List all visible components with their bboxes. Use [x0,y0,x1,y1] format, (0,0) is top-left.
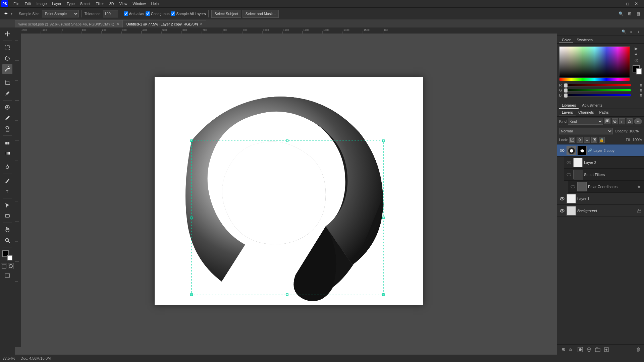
layer-adjustment-btn[interactable] [585,346,593,353]
tab-adjustments[interactable]: Adjustments [579,103,605,109]
tool-magic-wand[interactable] [2,64,12,74]
standard-mode[interactable] [1,263,7,269]
tab-color[interactable]: Color [559,37,573,43]
b-slider[interactable] [564,94,631,97]
layer1-visibility[interactable] [559,196,565,202]
anti-alias-checkbox[interactable] [124,11,128,16]
bg-swatch[interactable] [636,68,642,74]
panel-options-icon[interactable]: ≡ [628,28,635,35]
minimize-btn[interactable]: ─ [615,0,623,7]
layer-item-polar[interactable]: Polar Coordinates [568,181,644,193]
sample-size-select[interactable]: Point Sample [42,10,79,17]
tab-layers[interactable]: Layers [559,109,576,116]
blend-mode-select[interactable]: Normal [559,128,613,134]
r-slider[interactable] [564,84,631,86]
lock-all-icon[interactable]: 🔒 [599,137,605,143]
select-subject-button[interactable]: Select Subject [211,10,241,18]
tool-eraser[interactable] [2,137,12,147]
tab-untitled[interactable]: Untitled-1 @ 77.5% (Layer 2 copy, RGB/8#… [123,20,206,27]
screen-mode-btn[interactable] [4,272,11,279]
tool-crop[interactable] [2,78,12,88]
tool-marquee[interactable] [2,43,12,53]
layer-item-layer2copy[interactable]: 🔗 Layer 2 copy [557,144,644,157]
tool-gradient[interactable] [2,148,12,158]
layer-item-smart-filters[interactable]: Smart Filters [564,169,644,181]
tab-swatches[interactable]: Swatches [574,37,595,43]
color-info-icon[interactable]: ⓘ [635,58,640,64]
lock-pixels-icon[interactable] [577,137,583,143]
g-slider[interactable] [564,89,631,92]
tool-clone[interactable] [2,124,12,134]
collapse-panel-icon[interactable]: › [635,28,642,35]
tool-path-select[interactable] [2,200,12,210]
background-color[interactable] [7,255,12,260]
arrange-icon[interactable]: ▦ [635,10,642,17]
filter-pixel-icon[interactable] [604,118,610,124]
polar-visibility[interactable] [570,184,576,190]
menu-image[interactable]: Image [34,1,50,6]
filter-toggle[interactable]: ● [634,118,642,124]
filter-adjust-icon[interactable] [612,118,618,124]
menu-help[interactable]: Help [149,1,162,6]
tab-untitled-close[interactable]: ✕ [200,22,203,26]
layer-fx-btn[interactable]: fx [568,346,575,353]
layer-new-btn[interactable] [603,346,610,353]
filter-shape-icon[interactable] [627,118,633,124]
menu-window[interactable]: Window [130,1,148,6]
layer2copy-visibility[interactable] [559,147,565,154]
layer-delete-btn[interactable] [635,346,642,353]
tool-text[interactable]: T [2,186,12,196]
tool-move[interactable] [2,29,12,39]
menu-edit[interactable]: Edit [22,1,34,6]
layer-item-layer1[interactable]: Layer 1 [557,193,644,205]
color-spectrum-area[interactable] [559,46,630,76]
tool-shape[interactable] [2,211,12,221]
tool-healing[interactable] [2,102,12,112]
select-mask-button[interactable]: Select and Mask... [243,10,279,18]
menu-filter[interactable]: Filter [93,1,106,6]
menu-3d[interactable]: 3D [107,1,117,6]
menu-select[interactable]: Select [77,1,93,6]
tool-hand[interactable] [2,225,12,235]
menu-type[interactable]: Type [64,1,77,6]
maximize-btn[interactable]: ◻ [624,0,631,7]
color-play-icon[interactable]: ▶ [635,46,640,52]
layer-mask-btn[interactable] [577,346,584,353]
tool-pen[interactable] [2,176,12,186]
search-layers-icon[interactable]: 🔍 [621,28,627,35]
hue-slider[interactable] [559,78,630,81]
contiguous-checkbox[interactable] [146,11,150,16]
canvas-document[interactable] [155,77,423,305]
menu-view[interactable]: View [117,1,130,6]
quick-mask-mode[interactable] [8,263,14,269]
workspace-icon[interactable]: ⊞ [626,10,633,17]
menu-layer[interactable]: Layer [49,1,64,6]
lock-transparent-icon[interactable] [569,137,575,143]
lock-artboard-icon[interactable] [591,137,597,143]
tool-zoom[interactable] [2,235,12,245]
sample-all-layers-checkbox[interactable] [171,11,175,16]
filter-select[interactable]: Kind [568,118,603,125]
polar-settings-icon[interactable] [636,184,642,190]
layer-item-background[interactable]: Background [557,205,644,217]
tab-wave-script-close[interactable]: ✕ [116,22,119,26]
layer-link-btn[interactable] [559,346,567,353]
layer-item-layer2[interactable]: Layer 2 [564,157,644,169]
tool-eyedropper[interactable] [2,88,12,99]
filter-type-icon[interactable]: T [619,118,625,124]
smart-filters-visibility[interactable] [566,172,572,178]
tab-channels[interactable]: Channels [576,109,596,116]
layer-group-btn[interactable] [594,346,601,353]
tab-libraries[interactable]: Libraries [559,103,579,109]
tolerance-input[interactable] [103,10,118,17]
background-visibility[interactable] [559,208,565,214]
tab-wave-script[interactable]: wave script.psb @ 92.6% (Cust Shape 46, … [15,20,123,27]
layer2-visibility[interactable] [566,160,572,166]
toolbar-tool-icon[interactable]: ✦ [2,10,9,17]
menu-file[interactable]: File [11,1,22,6]
close-btn[interactable]: ✕ [633,0,640,7]
color-convert-icon[interactable]: ⇄ [635,52,640,58]
tool-brush[interactable] [2,113,12,123]
search-icon[interactable]: 🔍 [617,10,625,17]
tool-lasso[interactable] [2,53,12,63]
